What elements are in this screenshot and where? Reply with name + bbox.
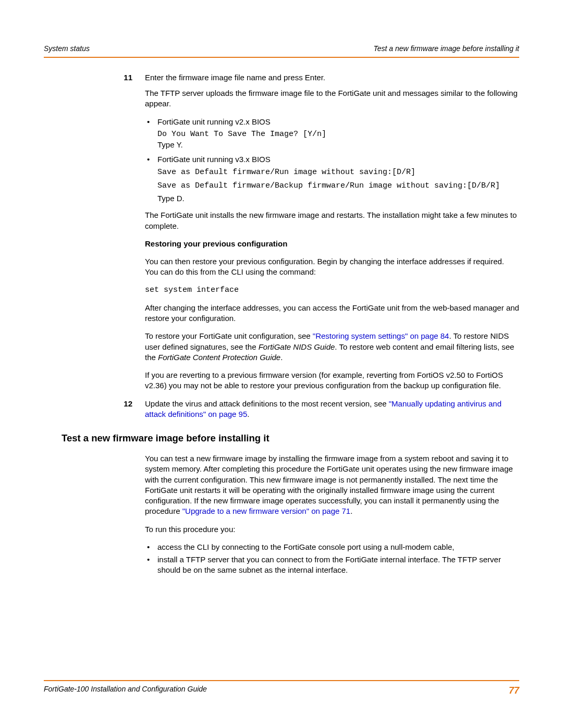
- instruction: Type Y.: [157, 140, 519, 150]
- sub-block: Save as Default firmware/Run image witho…: [157, 167, 519, 204]
- sub-heading: Restoring your previous configuration: [145, 239, 519, 249]
- paragraph-with-link: To restore your FortiGate unit configura…: [145, 331, 519, 363]
- cross-reference-link[interactable]: "Restoring system settings" on page 84: [313, 331, 449, 340]
- text: .: [350, 507, 352, 515]
- step-number: 12: [44, 399, 145, 420]
- running-footer: FortiGate-100 Installation and Configura…: [44, 684, 519, 697]
- step-number: 11: [44, 72, 145, 83]
- paragraph: The TFTP server uploads the firmware ima…: [145, 88, 519, 109]
- page: System status Test a new firmware image …: [0, 0, 563, 728]
- console-output: Save as Default firmware/Run image witho…: [157, 167, 519, 178]
- step-body: Enter the firmware image file name and p…: [145, 72, 519, 83]
- step-body: Update the virus and attack definitions …: [145, 399, 519, 420]
- step-intro: Enter the firmware image file name and p…: [145, 73, 325, 82]
- bullet-text: install a TFTP server that you can conne…: [157, 555, 501, 574]
- instruction: Type D.: [157, 193, 519, 204]
- header-left: System status: [44, 44, 90, 54]
- paragraph: The FortiGate unit installs the new firm…: [145, 210, 519, 231]
- bullet-text: FortiGate unit running v2.x BIOS: [157, 117, 271, 126]
- list-item: access the CLI by connecting to the Fort…: [145, 542, 519, 552]
- header-right: Test a new firmware image before install…: [373, 44, 519, 54]
- console-output: Save as Default firmware/Backup firmware…: [157, 181, 519, 191]
- text: To restore your FortiGate unit configura…: [145, 331, 313, 340]
- console-output: Do You Want To Save The Image? [Y/n]: [157, 129, 519, 140]
- paragraph: To run this procedure you:: [145, 524, 519, 535]
- command: set system interface: [145, 285, 519, 295]
- text: .: [280, 353, 283, 362]
- paragraph-with-link: You can test a new firmware image by ins…: [145, 453, 519, 517]
- bios-list: FortiGate unit running v2.x BIOS Do You …: [145, 117, 519, 204]
- list-item: install a TFTP server that you can conne…: [145, 554, 519, 576]
- bullet-text: access the CLI by connecting to the Fort…: [157, 542, 454, 551]
- guide-title: FortiGate Content Protection Guide: [158, 353, 280, 362]
- step-11-details: The TFTP server uploads the firmware ima…: [145, 88, 519, 391]
- sub-block: Do You Want To Save The Image? [Y/n] Typ…: [157, 129, 519, 151]
- paragraph: If you are reverting to a previous firmw…: [145, 370, 519, 391]
- paragraph: You can then restore your previous confi…: [145, 256, 519, 278]
- cross-reference-link[interactable]: "Upgrade to a new firmware version" on p…: [182, 507, 351, 515]
- content-area: 11 Enter the firmware image file name an…: [44, 72, 519, 670]
- bullet-text: FortiGate unit running v3.x BIOS: [157, 155, 271, 164]
- footer-left: FortiGate-100 Installation and Configura…: [44, 684, 207, 697]
- page-number: 77: [509, 684, 519, 697]
- header-rule: [44, 57, 519, 58]
- procedure-list: access the CLI by connecting to the Fort…: [145, 542, 519, 576]
- text: .: [247, 410, 249, 418]
- footer-rule: [44, 680, 519, 681]
- paragraph: After changing the interface addresses, …: [145, 303, 519, 324]
- section-heading-block: Test a new firmware image before install…: [62, 432, 519, 445]
- list-item: FortiGate unit running v3.x BIOS Save as…: [145, 154, 519, 204]
- step-12: 12 Update the virus and attack definitio…: [44, 399, 519, 420]
- section-body: You can test a new firmware image by ins…: [145, 453, 519, 576]
- text: Update the virus and attack definitions …: [145, 399, 389, 408]
- step-11: 11 Enter the firmware image file name an…: [44, 72, 519, 83]
- guide-title: FortiGate NIDS Guide: [259, 342, 335, 351]
- running-header: System status Test a new firmware image …: [44, 44, 519, 54]
- section-title: Test a new firmware image before install…: [62, 432, 519, 445]
- list-item: FortiGate unit running v2.x BIOS Do You …: [145, 117, 519, 151]
